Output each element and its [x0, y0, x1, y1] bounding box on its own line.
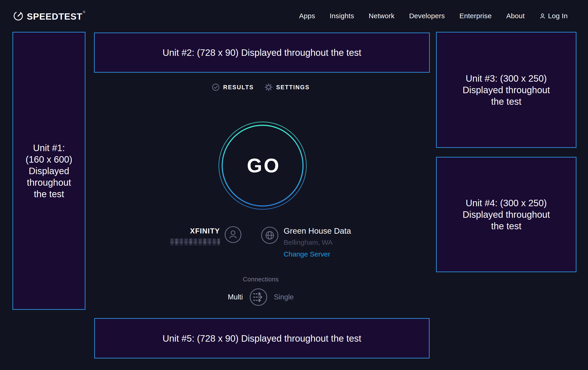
single-option[interactable]: Single: [274, 293, 294, 301]
isp-name: XFINITY: [190, 227, 220, 235]
nav-item-developers[interactable]: Developers: [409, 12, 445, 20]
redacted-ip: [170, 239, 220, 245]
check-circle-icon: [212, 83, 220, 91]
gauge-logo-icon: [13, 11, 23, 21]
server-section: Green House Data Bellingham, WA Change S…: [261, 226, 351, 258]
connection-mode-toggle[interactable]: [249, 288, 267, 306]
ad-unit-5[interactable]: Unit #5: (728 x 90) Displayed throughout…: [94, 318, 430, 359]
user-icon: [539, 13, 546, 19]
brand-name: SPEEDTEST®: [27, 10, 85, 22]
nav-item-about[interactable]: About: [506, 12, 525, 20]
nav-item-insights[interactable]: Insights: [330, 12, 354, 20]
ad-unit-3-label: Unit #3: (300 x 250) Displayed throughou…: [462, 73, 550, 107]
server-location: Bellingham, WA: [284, 239, 333, 246]
tab-results[interactable]: RESULTS: [212, 83, 253, 91]
nav-item-apps[interactable]: Apps: [299, 12, 315, 20]
ad-unit-4[interactable]: Unit #4: (300 x 250) Displayed throughou…: [436, 157, 577, 272]
globe-icon: [261, 227, 279, 244]
ad-unit-1[interactable]: Unit #1: (160 x 600) Displayed throughou…: [12, 32, 85, 310]
nav-item-enterprise[interactable]: Enterprise: [459, 12, 492, 20]
login-label: Log In: [548, 12, 568, 20]
isp-section: XFINITY: [170, 226, 242, 245]
nav-item-network[interactable]: Network: [368, 12, 394, 20]
login-button[interactable]: Log In: [539, 12, 568, 20]
tab-settings-label: SETTINGS: [276, 84, 310, 91]
change-server-link[interactable]: Change Server: [284, 250, 330, 258]
connection-info-row: XFINITY Green House Data Bellingham, WA …: [85, 226, 436, 258]
ad-unit-1-label: Unit #1: (160 x 600) Displayed throughou…: [26, 142, 72, 200]
user-avatar-icon: [224, 226, 242, 243]
tab-settings[interactable]: SETTINGS: [264, 83, 310, 91]
multi-option[interactable]: Multi: [228, 293, 243, 301]
ad-unit-2[interactable]: Unit #2: (728 x 90) Displayed throughout…: [94, 32, 430, 73]
connections-label: Connections: [85, 276, 436, 283]
go-button[interactable]: GO: [218, 121, 307, 210]
ad-unit-4-label: Unit #4: (300 x 250) Displayed throughou…: [462, 197, 550, 232]
main-nav: Apps Insights Network Developers Enterpr…: [299, 0, 568, 32]
speedtest-logo[interactable]: SPEEDTEST®: [13, 0, 85, 32]
ad-unit-2-label: Unit #2: (728 x 90) Displayed throughout…: [163, 47, 361, 58]
tab-results-label: RESULTS: [223, 84, 253, 91]
server-name: Green House Data: [284, 226, 351, 236]
ad-unit-3[interactable]: Unit #3: (300 x 250) Displayed throughou…: [436, 32, 577, 148]
brand-trademark: ®: [83, 10, 85, 14]
ad-unit-5-label: Unit #5: (728 x 90) Displayed throughout…: [163, 333, 361, 344]
gear-icon: [264, 83, 273, 91]
go-button-label: GO: [218, 121, 307, 210]
view-tabs: RESULTS SETTINGS: [85, 83, 436, 91]
connections-section: Connections Multi Single: [85, 276, 436, 306]
app-header: SPEEDTEST® Apps Insights Network Develop…: [0, 0, 588, 32]
